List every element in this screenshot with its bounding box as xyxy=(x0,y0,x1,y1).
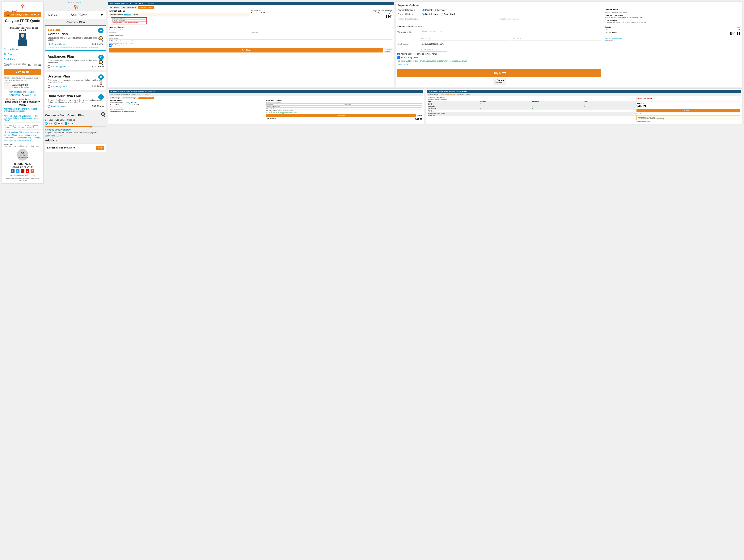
systems-radio[interactable] xyxy=(47,85,50,88)
build-plan-card[interactable]: 10+ Build Your Own Plan Our most flexibl… xyxy=(45,92,106,110)
bank-account-option[interactable]: Bank Account xyxy=(422,13,438,15)
routing-input[interactable] xyxy=(398,17,498,21)
view-limits-link[interactable]: View limitations and exclusions. xyxy=(4,91,41,93)
call-button[interactable]: 📞 Call Today: 1-833-349-7426 xyxy=(4,12,41,17)
view-sample-link[interactable]: View Sample Contract xyxy=(605,38,622,40)
buying-toggle[interactable] xyxy=(32,64,37,66)
email-contract-checkbox[interactable] xyxy=(109,44,112,47)
fee-option-100[interactable]: $100 xyxy=(54,122,62,125)
grid-wd-app: ✓ xyxy=(532,108,584,109)
systems-radio-label[interactable]: Choose Systems xyxy=(47,85,67,88)
facebook-icon[interactable]: f xyxy=(11,169,14,173)
youtube-icon[interactable]: ▶ xyxy=(26,169,29,173)
street-field[interactable]: Street Address xyxy=(4,48,41,51)
fee-radio-75[interactable] xyxy=(45,122,48,125)
rss-icon[interactable]: ☰ xyxy=(31,169,34,173)
appliances-plan-card[interactable]: 10 Appliances Plan Covers refrigerators,… xyxy=(45,52,106,71)
combo-plan-card[interactable]: SAVE 36% * 21 Combo Plan Both systems an… xyxy=(45,25,106,50)
monthly-radio[interactable] xyxy=(422,9,424,11)
bank-sm-2[interactable] xyxy=(110,109,266,110)
live-chat-link[interactable]: 💬 Live Chat xyxy=(9,94,20,96)
payment-method-options: Bank Account Credit Card xyxy=(422,13,455,15)
grid-plumb-sys: ✓ xyxy=(480,104,532,106)
fee-radio-100[interactable] xyxy=(54,122,57,125)
email-address-input[interactable] xyxy=(422,42,601,46)
annually-option[interactable]: Annually xyxy=(435,9,446,11)
routing-input-sm[interactable] xyxy=(112,18,146,19)
tax-row: Tax $0 xyxy=(605,29,740,31)
credit-card-option[interactable]: Credit Card xyxy=(441,13,455,15)
fee-radio-125[interactable] xyxy=(65,122,67,125)
bank-radio[interactable] xyxy=(422,13,424,15)
build-plan-desc: Our most flexible plan lets you cover th… xyxy=(47,99,104,103)
monthly-option[interactable]: Monthly xyxy=(422,9,433,11)
contract-title: Contract Information xyxy=(398,25,601,28)
last-name-sm2[interactable] xyxy=(344,104,422,106)
warranty-name-sm2[interactable] xyxy=(266,102,422,104)
pinterest-icon[interactable]: p xyxy=(21,169,25,173)
combo-radio[interactable] xyxy=(48,43,50,45)
addon-add-button[interactable]: Add xyxy=(96,146,104,150)
mailing-same-checkbox[interactable]: ☑ Mailing address is same as covered hom… xyxy=(109,40,393,42)
email-link[interactable]: Email xyxy=(398,64,402,66)
check-out-button[interactable]: Check Out xyxy=(636,109,740,112)
buy-now-button-sm[interactable]: Buy Now xyxy=(109,48,383,52)
choose-pay-links: Learn more Dismiss xyxy=(45,135,106,137)
warranty-name-input-full[interactable] xyxy=(422,29,601,33)
bank-account-input[interactable] xyxy=(500,17,601,21)
appliances-radio[interactable] xyxy=(47,65,50,68)
cognitive-load-box: Cognitive load too high This build your … xyxy=(636,115,740,120)
fee-option-75[interactable]: $75 xyxy=(45,122,52,125)
last-name-input-sm[interactable] xyxy=(251,32,393,34)
home-warranty-link[interactable]: Home Warranty xyxy=(10,174,24,176)
view-details-link[interactable]: View details xyxy=(605,40,613,41)
faq-item-1[interactable]: Are there any exclusions to my contract … xyxy=(4,108,41,113)
twitter-icon[interactable]: t xyxy=(16,169,20,173)
combo-radio-label[interactable]: Choose Combo xyxy=(48,43,66,45)
learn-more-link[interactable]: Learn more xyxy=(45,135,55,137)
expand-icon[interactable]: ▼ xyxy=(100,13,103,17)
zip-field[interactable]: Zip Code xyxy=(4,53,41,56)
first-name-sm2[interactable] xyxy=(266,104,344,106)
systems-plan-card[interactable]: 11 Systems Plan Covers parts and compone… xyxy=(45,72,106,90)
what-plan-link[interactable]: What is this plan? xyxy=(45,2,106,4)
slider-thumb[interactable] xyxy=(89,125,92,128)
fee-slider[interactable] xyxy=(45,126,106,127)
view-quote-button[interactable]: View Quote xyxy=(4,69,41,75)
fee-option-125[interactable]: $125 xyxy=(65,122,73,125)
testimonial-text: "American Home Shield provides excellent… xyxy=(4,131,41,142)
email-sm2[interactable] xyxy=(266,106,422,108)
mailing-same-checkbox[interactable] xyxy=(398,53,400,55)
annually-radio[interactable] xyxy=(435,9,438,11)
last-name-input[interactable] xyxy=(511,36,601,40)
phone-input[interactable] xyxy=(420,47,447,51)
email-input-sm[interactable] xyxy=(109,35,393,37)
my-account-link[interactable]: MyAccount xyxy=(25,174,35,176)
phone-contact[interactable]: 📞 8333497426 xyxy=(22,94,36,96)
faq-q1: Are there any exclusions to my contract … xyxy=(4,108,39,112)
appliances-radio-label[interactable]: Choose Appliances xyxy=(47,65,69,68)
phone-input-sm[interactable] xyxy=(109,37,393,40)
faq-item-2[interactable]: My Home's systems and appliances are old… xyxy=(4,115,41,123)
warranty-name-input[interactable] xyxy=(109,29,393,31)
first-name-input-sm[interactable] xyxy=(109,32,250,34)
buy-now-sm2[interactable]: Buy Now xyxy=(266,114,416,117)
trade-fee-label-sm: Trade Service Call Fee xyxy=(251,12,267,14)
nav-view-plan: View Sample Contract FAQs xyxy=(121,94,141,95)
build-radio[interactable] xyxy=(47,105,50,108)
faq-item-3[interactable]: Do I need an inspection or maintenance r… xyxy=(4,124,41,130)
dismiss-link[interactable]: Dismiss xyxy=(57,135,63,137)
routing-sm-2[interactable] xyxy=(110,106,266,108)
build-radio-label[interactable]: Build Your Own xyxy=(47,105,66,108)
print-link[interactable]: Print xyxy=(404,64,408,66)
first-name-input[interactable] xyxy=(420,36,510,40)
annotation-label: What is this connection? xyxy=(637,98,739,99)
email-field[interactable]: Email Address xyxy=(4,58,41,61)
email-contract-checkbox-full[interactable] xyxy=(398,56,400,59)
credit-card-radio[interactable] xyxy=(441,13,443,15)
social-icons: f t p ▶ ☰ xyxy=(4,169,41,173)
nav-r1: Get Coverage xyxy=(428,94,438,95)
phone-sm2[interactable] xyxy=(266,108,422,110)
buy-now-button-full[interactable]: Buy Now xyxy=(398,69,601,77)
bank-input-sm[interactable] xyxy=(112,20,146,22)
